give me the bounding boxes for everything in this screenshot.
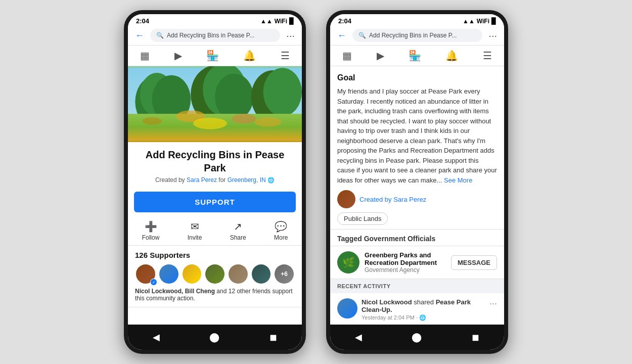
- left-back-button[interactable]: ←: [133, 30, 146, 41]
- right-tab-newsfeed[interactable]: ▦: [342, 50, 352, 62]
- activity-action: shared: [414, 298, 435, 306]
- activity-content: Nicol Lockwood shared Pease Park Clean-U…: [362, 298, 485, 321]
- svg-point-12: [143, 117, 162, 125]
- left-tab-video[interactable]: ▶: [174, 50, 182, 62]
- share-button[interactable]: ↗ Share: [230, 220, 246, 241]
- activity-item: Nicol Lockwood shared Pease Park Clean-U…: [330, 293, 504, 325]
- left-nav-back[interactable]: ◀: [145, 330, 168, 345]
- right-battery-icon: ▉: [491, 18, 496, 25]
- more-action-label: More: [274, 234, 288, 241]
- battery-icon: ▉: [289, 18, 294, 25]
- svg-point-6: [215, 74, 253, 120]
- right-wifi-icon: WiFi: [477, 18, 489, 25]
- share-icon: ↗: [234, 220, 242, 233]
- right-nav-home[interactable]: ⬤: [403, 330, 430, 345]
- left-more-button[interactable]: ···: [284, 30, 297, 41]
- support-button[interactable]: SUPPORT: [134, 192, 296, 212]
- left-content: Add Recycling Bins in Pease Park Created…: [128, 66, 302, 325]
- created-by-label: Created by: [359, 196, 393, 203]
- left-tab-notifications[interactable]: 🔔: [243, 50, 256, 62]
- left-search-bar[interactable]: 🔍 Add Recycling Bins in Pease P...: [150, 29, 280, 42]
- left-status-bar: 2:04 ▲▲ WiFi ▉: [128, 14, 302, 26]
- right-search-icon: 🔍: [358, 32, 366, 39]
- left-phone: 2:04 ▲▲ WiFi ▉ ← 🔍 Add Recycling Bins in…: [124, 10, 306, 354]
- avatar-4: [204, 263, 225, 285]
- activity-user: Nicol Lockwood: [362, 298, 412, 306]
- official-type: Government Agency: [365, 266, 446, 274]
- left-nav-home[interactable]: ⬤: [201, 330, 228, 345]
- wifi-icon: WiFi: [275, 18, 287, 25]
- invite-label: Invite: [188, 234, 202, 241]
- left-nav-recents[interactable]: ◼: [261, 330, 285, 345]
- right-search-text: Add Recycling Bins in Pease P...: [369, 32, 457, 39]
- public-lands-tag[interactable]: Public Lands: [337, 212, 388, 225]
- petition-subtitle: Created by Sara Perez for Greenberg, IN …: [136, 176, 294, 184]
- right-back-button[interactable]: ←: [335, 30, 348, 41]
- left-tab-marketplace[interactable]: 🏪: [206, 50, 219, 62]
- right-bottom-nav: ◀ ⬤ ◼: [330, 325, 504, 350]
- avatar-2: [158, 263, 179, 285]
- right-more-button[interactable]: ···: [486, 30, 499, 41]
- official-info: Greenberg Parks and Recreation Departmen…: [365, 251, 446, 274]
- right-phone: 2:04 ▲▲ WiFi ▉ ← 🔍 Add Recycling Bins in…: [326, 10, 508, 354]
- left-tab-menu[interactable]: ☰: [281, 50, 290, 62]
- title-area: Add Recycling Bins in Pease Park Created…: [128, 142, 302, 188]
- right-tab-menu[interactable]: ☰: [483, 50, 492, 62]
- right-time: 2:04: [338, 17, 351, 25]
- activity-text: Nicol Lockwood shared Pease Park Clean-U…: [362, 298, 485, 313]
- creator-text: Created by Sara Perez: [359, 196, 426, 203]
- right-status-bar: 2:04 ▲▲ WiFi ▉: [330, 14, 504, 26]
- location-link[interactable]: Greenberg, IN: [228, 176, 266, 184]
- supporters-names: Nicol Lockwood, Bill Cheng: [135, 288, 215, 295]
- more-action-icon: 💬: [275, 220, 287, 233]
- park-image: [128, 66, 302, 142]
- official-name: Greenberg Parks and Recreation Departmen…: [365, 251, 446, 266]
- subtitle-text: Created by Sara Perez for Greenberg, IN: [155, 176, 266, 184]
- goal-section: Goal My friends and I play soccer at Pea…: [330, 66, 504, 230]
- right-nav-recents[interactable]: ◼: [464, 330, 487, 345]
- right-search-bar[interactable]: 🔍 Add Recycling Bins in Pease P...: [352, 29, 482, 42]
- creator-row: Created by Sara Perez: [337, 190, 497, 208]
- svg-point-8: [263, 68, 302, 116]
- action-bar: ➕ Follow ✉ Invite ↗ Share 💬 More: [128, 216, 302, 246]
- avatars-row: ✓ +6: [135, 263, 295, 285]
- right-tab-notifications[interactable]: 🔔: [445, 50, 458, 62]
- left-bottom-nav: ◀ ⬤ ◼: [128, 325, 302, 350]
- avatar-1-container: ✓: [135, 263, 156, 285]
- avatar-6: [251, 263, 272, 285]
- see-more-link[interactable]: See More: [444, 176, 472, 184]
- recent-activity-header: RECENT ACTIVITY: [330, 279, 504, 293]
- svg-point-14: [254, 117, 282, 127]
- supporters-section: 126 Supporters ✓ +6 Nic: [128, 246, 302, 307]
- right-tab-marketplace[interactable]: 🏪: [409, 50, 421, 62]
- activity-more-button[interactable]: ···: [489, 298, 497, 309]
- extra-count-avatar: +6: [274, 263, 295, 285]
- official-avatar: 🌿: [337, 251, 359, 274]
- right-nav-back[interactable]: ◀: [347, 330, 370, 345]
- left-search-text: Add Recycling Bins in Pease P...: [167, 32, 254, 39]
- avatar-5: [228, 263, 249, 285]
- left-time: 2:04: [136, 17, 149, 25]
- message-button[interactable]: MESSAGE: [451, 255, 497, 270]
- left-search-icon: 🔍: [156, 32, 164, 39]
- signal-icon: ▲▲: [260, 18, 273, 25]
- globe-icon: 🌐: [267, 177, 275, 183]
- creator-name[interactable]: Sara Perez: [393, 196, 426, 203]
- right-status-icons: ▲▲ WiFi ▉: [463, 18, 496, 25]
- follow-icon: ➕: [145, 220, 157, 233]
- creator-link[interactable]: Sara Perez: [187, 176, 217, 184]
- tagged-officials-header: Tagged Government Officials: [330, 230, 504, 246]
- invite-button[interactable]: ✉ Invite: [188, 220, 202, 241]
- left-tab-bar: ▦ ▶ 🏪 🔔 ☰: [128, 46, 302, 66]
- follow-button[interactable]: ➕ Follow: [142, 220, 160, 241]
- goal-label: Goal: [337, 73, 497, 82]
- left-tab-newsfeed[interactable]: ▦: [140, 50, 150, 62]
- left-nav-bar: ← 🔍 Add Recycling Bins in Pease P... ···: [128, 26, 302, 46]
- share-label: Share: [230, 234, 246, 241]
- more-action-button[interactable]: 💬 More: [274, 220, 288, 241]
- right-tab-video[interactable]: ▶: [377, 50, 384, 62]
- follow-label: Follow: [142, 234, 160, 241]
- activity-time: Yesterday at 2:04 PM · 🌐: [362, 314, 485, 321]
- avatar-3: [182, 263, 203, 285]
- svg-point-11: [232, 114, 256, 123]
